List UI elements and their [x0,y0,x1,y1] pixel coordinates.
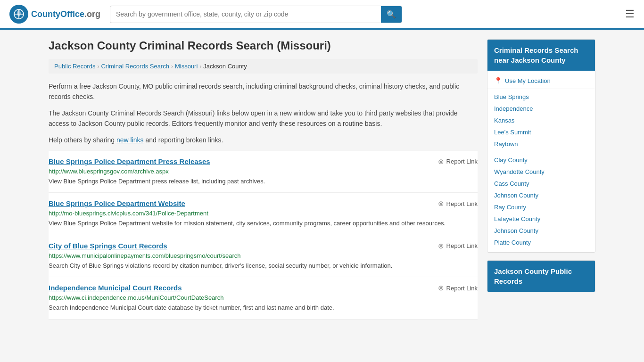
use-my-location-link[interactable]: Use My Location [505,77,551,84]
result-desc-3: Search Independence Municipal Court date… [49,303,478,313]
sidebar-county-wyandotte[interactable]: Wyandotte County [487,166,595,178]
report-icon-1: ⊗ [438,199,444,208]
sidebar-county-johnson-2[interactable]: Johnson County [487,225,595,237]
location-pin-icon: 📍 [494,77,502,84]
result-item-0: Blue Springs Police Department Press Rel… [49,151,478,193]
sidebar-county-clay[interactable]: Clay County [487,154,595,166]
result-title-3[interactable]: Independence Municipal Court Records [49,284,182,292]
result-desc-2: Search City of Blue Springs violations r… [49,261,478,271]
page-title: Jackson County Criminal Records Search (… [49,39,478,52]
report-link-3[interactable]: ⊗ Report Link [438,284,478,292]
content-area: Jackson County Criminal Records Search (… [49,39,478,320]
search-input[interactable] [110,7,381,22]
breadcrumb-sep-3: › [199,63,201,70]
sidebar-county-platte[interactable]: Platte County [487,237,595,248]
sidebar-county-ray[interactable]: Ray County [487,201,595,213]
logo-text: CountyOffice.org [31,9,100,19]
results-list: Blue Springs Police Department Press Rel… [49,151,478,320]
result-url-2[interactable]: https://www.municipalonlinepayments.com/… [49,252,478,259]
sidebar-section1-header: Criminal Records Search near Jackson Cou… [487,40,595,71]
sidebar-divider-2 [487,152,595,152]
result-title-1[interactable]: Blue Springs Police Department Website [49,199,185,207]
sidebar-county-cass[interactable]: Cass County [487,178,595,189]
result-title-0[interactable]: Blue Springs Police Department Press Rel… [49,157,210,165]
result-desc-1: View Blue Springs Police Department webs… [49,219,478,228]
sidebar-city-lees-summit[interactable]: Lee's Summit [487,126,595,138]
breadcrumb-current: Jackson County [203,63,247,70]
sidebar-city-blue-springs[interactable]: Blue Springs [487,91,595,103]
description-1: Perform a free Jackson County, MO public… [49,81,478,102]
breadcrumb-sep-2: › [171,63,173,70]
sidebar-county-lafayette[interactable]: Lafayette County [487,213,595,225]
breadcrumb: Public Records › Criminal Records Search… [49,59,478,74]
sidebar-box-2: Jackson County Public Records [487,260,595,292]
result-url-3[interactable]: https://www.ci.independence.mo.us/MuniCo… [49,294,478,301]
search-button[interactable]: 🔍 [381,6,402,23]
sidebar: Criminal Records Search near Jackson Cou… [487,39,595,320]
main-container: Jackson County Criminal Records Search (… [39,30,605,329]
sidebar-section1-content: 📍 Use My Location Blue Springs Independe… [487,71,595,252]
logo-icon [9,5,28,24]
new-links-link[interactable]: new links [116,136,144,144]
sidebar-city-kansas[interactable]: Kansas [487,115,595,126]
breadcrumb-sep-1: › [97,63,99,70]
report-link-0[interactable]: ⊗ Report Link [438,157,478,166]
sidebar-county-johnson-1[interactable]: Johnson County [487,189,595,201]
result-url-0[interactable]: http://www.bluespringsgov.com/archive.as… [49,168,478,175]
result-item-1: Blue Springs Police Department Website ⊗… [49,193,478,235]
menu-button[interactable]: ☰ [625,8,635,20]
sidebar-divider-1 [487,89,595,89]
breadcrumb-public-records[interactable]: Public Records [54,63,95,70]
description-2: The Jackson County Criminal Records Sear… [49,108,478,129]
report-icon-3: ⊗ [438,284,444,292]
report-link-1[interactable]: ⊗ Report Link [438,199,478,208]
sidebar-city-independence[interactable]: Independence [487,103,595,115]
sidebar-section2-header: Jackson County Public Records [487,261,595,292]
description-3: Help others by sharing new links and rep… [49,135,478,145]
result-desc-0: View Blue Springs Police Department pres… [49,177,478,186]
site-header: CountyOffice.org 🔍 ☰ [0,0,644,30]
report-icon-0: ⊗ [438,157,444,166]
breadcrumb-criminal-records[interactable]: Criminal Records Search [101,63,169,70]
sidebar-city-raytown[interactable]: Raytown [487,138,595,150]
breadcrumb-missouri[interactable]: Missouri [175,63,198,70]
sidebar-box-1: Criminal Records Search near Jackson Cou… [487,39,595,253]
report-link-2[interactable]: ⊗ Report Link [438,242,478,250]
result-title-2[interactable]: City of Blue Springs Court Records [49,242,167,250]
result-url-1[interactable]: http://mo-bluesprings.civicplus.com/341/… [49,210,478,217]
result-item-2: City of Blue Springs Court Records ⊗ Rep… [49,235,478,278]
search-bar: 🔍 [110,6,402,23]
report-icon-2: ⊗ [438,242,444,250]
logo-link[interactable]: CountyOffice.org [9,5,100,24]
result-item-3: Independence Municipal Court Records ⊗ R… [49,277,478,320]
use-my-location-item[interactable]: 📍 Use My Location [487,74,595,87]
